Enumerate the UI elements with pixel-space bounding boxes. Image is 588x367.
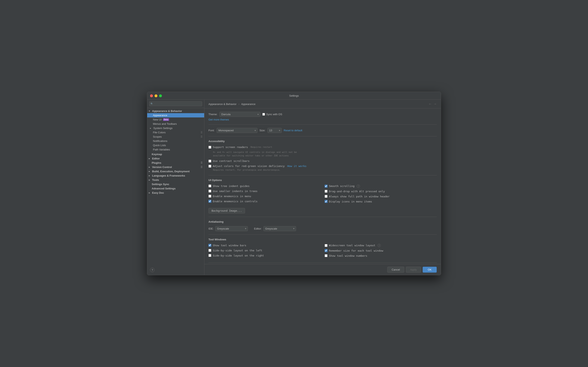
side-by-side-right-row: Side-by-side layout on the right xyxy=(208,254,320,257)
sidebar-item-languages-frameworks[interactable]: ▸ Languages & Frameworks xyxy=(147,174,204,178)
smooth-scrolling-checkbox[interactable] xyxy=(325,185,328,188)
side-by-side-right-checkbox[interactable] xyxy=(208,254,211,257)
display-icons-menu-checkbox[interactable] xyxy=(325,200,328,203)
cancel-button[interactable]: Cancel xyxy=(387,267,404,273)
sidebar-item-easy-doc[interactable]: ▸ Easy Doc xyxy=(147,191,204,195)
scopes-dots: ⠿ xyxy=(200,135,203,138)
show-tree-indent-checkbox[interactable] xyxy=(208,184,211,187)
show-tool-window-bars-checkbox[interactable] xyxy=(208,244,211,247)
divider-5 xyxy=(208,234,437,235)
tool-windows-right: Widescreen tool window layout ? Remember… xyxy=(325,244,437,259)
editor-antialiasing: Editor: Greyscale xyxy=(254,226,296,231)
editor-select[interactable]: Greyscale xyxy=(263,226,296,231)
antialiasing-row: IDE: Greyscale Editor: Greyscale xyxy=(208,226,437,231)
ui-options-right: Smooth scrolling ? Drag-and-drop with Al… xyxy=(325,184,437,205)
sidebar-item-new-ui[interactable]: New UI Beta xyxy=(147,117,204,122)
sidebar-item-menus-toolbars[interactable]: Menus and Toolbars xyxy=(147,122,204,126)
remember-size-checkbox[interactable] xyxy=(325,249,328,252)
ide-select-wrap: Greyscale xyxy=(215,226,248,231)
search-input[interactable] xyxy=(149,101,202,106)
widescreen-tool-window-checkbox[interactable] xyxy=(325,244,328,247)
minimize-button[interactable] xyxy=(155,94,157,97)
show-tool-window-numbers-row: Show tool window numbers xyxy=(325,254,437,257)
sidebar-item-settings-sync[interactable]: Settings Sync xyxy=(147,182,204,186)
sidebar-item-build-execution[interactable]: ▸ Build, Execution, Deployment xyxy=(147,169,204,174)
get-more-themes-link[interactable]: Get more themes xyxy=(208,118,229,121)
ide-select[interactable]: Greyscale xyxy=(215,226,248,231)
sidebar-item-tools[interactable]: ▸ Tools xyxy=(147,178,204,182)
help-button[interactable]: ? xyxy=(150,268,155,272)
sidebar-item-quick-lists[interactable]: Quick Lists xyxy=(147,143,204,147)
background-image-button[interactable]: Background Image... xyxy=(208,208,245,213)
sidebar-item-advanced-settings[interactable]: Advanced Settings xyxy=(147,186,204,191)
enable-mnemonics-controls-checkbox[interactable] xyxy=(208,200,211,203)
nav-forward[interactable]: → xyxy=(433,102,437,106)
title-bar: Settings xyxy=(147,92,441,100)
breadcrumb-current: Appearance xyxy=(241,103,255,106)
nav-arrows: ← → xyxy=(429,102,437,106)
size-select[interactable]: 13 xyxy=(268,128,282,133)
drag-drop-alt-checkbox[interactable] xyxy=(325,190,328,193)
enable-mnemonics-menu-checkbox[interactable] xyxy=(208,195,211,198)
smooth-scrolling-row: Smooth scrolling ? xyxy=(325,184,437,188)
sidebar-item-file-colors[interactable]: File Colors ⠿ xyxy=(147,130,204,134)
tool-windows-grid: Show tool window bars Side-by-side layou… xyxy=(208,244,437,259)
panel-content: Theme: Darcula Sync with OS Get more the… xyxy=(204,108,441,264)
theme-select-wrap: Darcula xyxy=(219,112,260,117)
how-it-works-link[interactable]: How it works xyxy=(287,165,306,167)
sidebar-item-appearance-behavior[interactable]: ▾ Appearance & Behavior xyxy=(147,109,204,113)
editor-aa-label: Editor: xyxy=(254,227,262,230)
always-show-full-path-checkbox[interactable] xyxy=(325,195,328,198)
widescreen-help[interactable]: ? xyxy=(378,244,381,247)
divider-2 xyxy=(208,136,437,136)
ide-antialiasing: IDE: Greyscale xyxy=(208,226,248,231)
always-show-full-path-row: Always show full path in window header xyxy=(325,195,437,198)
sidebar-item-scopes[interactable]: Scopes ⠿ xyxy=(147,134,204,139)
sidebar-item-keymap[interactable]: Keymap xyxy=(147,152,204,156)
use-smaller-indents-checkbox[interactable] xyxy=(208,190,211,192)
sidebar-item-path-variables[interactable]: Path Variables xyxy=(147,147,204,152)
maximize-button[interactable] xyxy=(159,94,162,97)
adjust-colors-checkbox[interactable] xyxy=(208,165,211,167)
build-arrow: ▸ xyxy=(149,170,152,173)
plugins-dots: ⠿ xyxy=(200,161,203,165)
editor-select-wrap: Greyscale xyxy=(263,226,296,231)
ui-options-title: UI Options xyxy=(208,179,437,182)
font-select[interactable]: Monospaced xyxy=(217,128,258,133)
remember-size-row: Remember size for each tool window xyxy=(325,249,437,252)
main-panel: Appearance & Behavior › Appearance ← → T… xyxy=(204,100,441,275)
widescreen-tool-window-row: Widescreen tool window layout ? xyxy=(325,244,437,247)
content-area: ▾ Appearance & Behavior Appearance New U… xyxy=(147,100,441,275)
sidebar-item-system-settings[interactable]: ▸ System Settings xyxy=(147,126,204,130)
size-select-wrap: 13 xyxy=(268,128,282,133)
show-tool-window-numbers-checkbox[interactable] xyxy=(325,254,328,257)
side-by-side-left-checkbox[interactable] xyxy=(208,249,211,252)
sidebar-item-editor[interactable]: ▸ Editor xyxy=(147,156,204,161)
reset-to-default-link[interactable]: Reset to default xyxy=(284,129,302,132)
support-screen-readers-checkbox[interactable] xyxy=(208,146,211,149)
easy-doc-arrow: ▸ xyxy=(149,192,152,194)
breadcrumb-parent: Appearance & Behavior xyxy=(208,103,236,106)
apply-button[interactable]: Apply xyxy=(406,267,421,273)
theme-select[interactable]: Darcula xyxy=(219,112,260,117)
window-controls xyxy=(150,94,162,97)
sidebar-item-plugins[interactable]: Plugins ⠿ xyxy=(147,161,204,165)
theme-row: Theme: Darcula Sync with OS xyxy=(208,112,437,117)
sidebar-item-appearance[interactable]: Appearance xyxy=(147,113,204,117)
ok-button[interactable]: OK xyxy=(423,267,437,273)
smooth-scrolling-help[interactable]: ? xyxy=(357,184,360,188)
font-select-wrap: Monospaced xyxy=(217,128,258,133)
close-button[interactable] xyxy=(150,94,153,97)
sync-with-os-checkbox[interactable] xyxy=(262,113,265,116)
background-image-row: Background Image... xyxy=(208,206,437,213)
font-row: Font: Monospaced Size: 13 Reset to defau… xyxy=(208,128,437,133)
sidebar-item-notifications[interactable]: Notifications xyxy=(147,139,204,143)
tools-arrow: ▸ xyxy=(149,179,152,181)
nav-back[interactable]: ← xyxy=(429,102,432,106)
breadcrumb: Appearance & Behavior › Appearance xyxy=(208,103,255,106)
contrast-scrollbars-checkbox[interactable] xyxy=(208,160,211,162)
theme-label: Theme: xyxy=(208,113,217,116)
sidebar-item-version-control[interactable]: ▸ Version Control ⠿ xyxy=(147,165,204,169)
lang-arrow: ▸ xyxy=(149,175,152,177)
show-tool-window-bars-row: Show tool window bars xyxy=(208,244,320,247)
